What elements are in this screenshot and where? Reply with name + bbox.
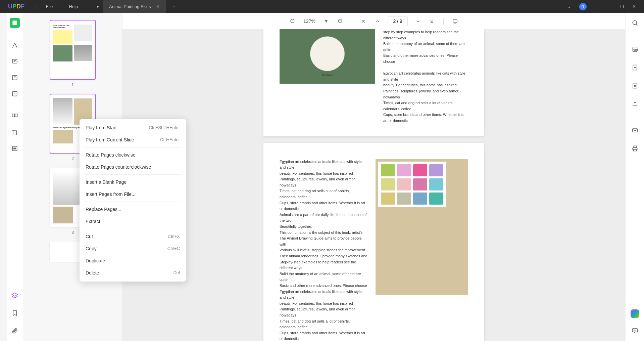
titlebar: UPDF | File Help ▾ Animal Painting Skill… bbox=[0, 0, 644, 13]
crop-tool[interactable] bbox=[10, 127, 20, 137]
document-text: step by step examples to help readers se… bbox=[383, 29, 468, 124]
ctx-insert-file[interactable]: Insert Pages from File... bbox=[80, 188, 186, 200]
tabs-container: ▾ Animal Painting Skills ✕ ＋ bbox=[93, 0, 182, 13]
svg-rect-0 bbox=[12, 20, 17, 25]
protect-icon[interactable] bbox=[630, 81, 640, 91]
divider bbox=[84, 229, 182, 229]
thumb-title: How to Draw Our Favorite Pets bbox=[53, 25, 72, 29]
close-button[interactable]: ✕ bbox=[632, 4, 636, 9]
thumb-page-number: 1 bbox=[37, 82, 109, 87]
divider bbox=[633, 117, 637, 117]
highlight-tool[interactable] bbox=[10, 40, 20, 50]
next-page-button[interactable] bbox=[414, 17, 422, 25]
share-icon[interactable] bbox=[630, 99, 640, 109]
user-avatar[interactable]: R bbox=[579, 3, 587, 10]
ctx-delete[interactable]: DeleteDel bbox=[80, 267, 186, 279]
print-icon[interactable] bbox=[630, 143, 640, 154]
close-tab-icon[interactable]: ✕ bbox=[156, 4, 160, 9]
right-toolbar: OCR bbox=[625, 13, 644, 341]
svg-rect-12 bbox=[14, 148, 16, 149]
document-text: Egyptian art celebrates animals like cat… bbox=[280, 159, 367, 341]
zoom-in-button[interactable] bbox=[336, 17, 344, 25]
thumb-image bbox=[53, 45, 72, 61]
ctx-copy[interactable]: CopyCtrl+C bbox=[80, 243, 186, 255]
page-indicator[interactable]: 2 / 9 bbox=[388, 16, 408, 26]
chat-icon[interactable] bbox=[630, 326, 640, 336]
document-page-2: Egyptian art celebrates animals like cat… bbox=[263, 143, 484, 341]
export-icon[interactable] bbox=[630, 62, 640, 73]
email-icon[interactable] bbox=[630, 125, 640, 135]
ctx-rotate-cw[interactable]: Rotate Pages clockwise bbox=[80, 149, 186, 161]
ctx-extract[interactable]: Extract bbox=[80, 215, 186, 227]
svg-line-23 bbox=[636, 24, 637, 25]
document-viewport: 127% ▾ 2 / 9 Porfirio step by step e bbox=[122, 13, 625, 341]
svg-rect-7 bbox=[12, 91, 17, 96]
page-thumbnail-1[interactable]: How to Draw Our Favorite Pets bbox=[50, 20, 96, 80]
app-logo: UPDF bbox=[0, 3, 33, 10]
ctx-duplicate[interactable]: Duplicate bbox=[80, 255, 186, 267]
divider bbox=[84, 174, 182, 175]
tab-dropdown[interactable]: ▾ bbox=[93, 0, 103, 13]
svg-rect-9 bbox=[12, 114, 15, 117]
layers-icon[interactable] bbox=[10, 291, 20, 301]
tab-title: Animal Painting Skills bbox=[109, 4, 151, 9]
zoom-out-button[interactable] bbox=[289, 17, 297, 25]
ctx-cut[interactable]: CutCtrl+X bbox=[80, 230, 186, 243]
svg-rect-10 bbox=[15, 114, 17, 117]
context-menu: Play from StartCtrl+Shift+Enter Play fro… bbox=[80, 119, 186, 282]
divider bbox=[633, 36, 637, 36]
reader-tool[interactable] bbox=[10, 18, 20, 28]
ctx-play-from-current[interactable]: Play from Current SlideCtrl+Enter bbox=[80, 134, 186, 146]
organize-tool[interactable] bbox=[10, 111, 20, 121]
minimize-button[interactable]: — bbox=[608, 4, 612, 9]
document-image bbox=[376, 159, 468, 295]
svg-rect-29 bbox=[632, 129, 637, 132]
file-menu[interactable]: File bbox=[38, 4, 61, 9]
edit-tool[interactable] bbox=[10, 73, 20, 83]
svg-point-22 bbox=[633, 20, 637, 25]
presentation-button[interactable] bbox=[451, 17, 459, 25]
maximize-button[interactable]: ❐ bbox=[620, 4, 624, 9]
attachment-icon[interactable] bbox=[10, 326, 20, 336]
search-icon[interactable] bbox=[630, 18, 640, 28]
svg-rect-1 bbox=[12, 59, 17, 63]
separator: | bbox=[33, 4, 38, 9]
divider bbox=[13, 105, 17, 105]
thumb-image bbox=[74, 25, 92, 41]
thumb-image bbox=[53, 207, 73, 223]
window-controls: ⌄ R | — ❐ ✕ bbox=[559, 3, 644, 10]
document-tab[interactable]: Animal Painting Skills ✕ bbox=[103, 0, 166, 13]
divider bbox=[84, 202, 182, 202]
thumbnail-item[interactable]: How to Draw Our Favorite Pets 1 bbox=[37, 20, 109, 87]
chevron-down-icon: ▾ bbox=[97, 4, 99, 9]
ctx-insert-blank[interactable]: Insert a Blank Page bbox=[80, 176, 186, 188]
svg-rect-33 bbox=[632, 329, 637, 332]
chevron-down-icon[interactable]: ⌄ bbox=[567, 4, 571, 9]
zoom-dropdown[interactable]: ▾ bbox=[322, 17, 330, 25]
separator: | bbox=[595, 4, 600, 9]
divider bbox=[13, 34, 17, 34]
help-menu[interactable]: Help bbox=[61, 4, 86, 9]
first-page-button[interactable] bbox=[359, 17, 367, 25]
separator bbox=[443, 18, 444, 25]
thumb-image bbox=[53, 130, 73, 143]
view-toolbar: 127% ▾ 2 / 9 bbox=[122, 13, 625, 29]
ocr-icon[interactable]: OCR bbox=[630, 44, 640, 54]
zoom-level: 127% bbox=[303, 18, 316, 24]
left-toolbar bbox=[7, 13, 23, 341]
ai-assistant-icon[interactable] bbox=[631, 309, 639, 318]
redact-tool[interactable] bbox=[10, 143, 20, 154]
bookmark-icon[interactable] bbox=[10, 308, 20, 318]
form-tool[interactable] bbox=[10, 89, 20, 99]
ctx-replace[interactable]: Replace Pages... bbox=[80, 203, 186, 215]
pages-scroll[interactable]: Porfirio step by step examples to help r… bbox=[122, 29, 625, 341]
comment-tool[interactable] bbox=[10, 56, 20, 67]
document-page-1: Porfirio step by step examples to help r… bbox=[263, 29, 484, 136]
ctx-play-from-start[interactable]: Play from StartCtrl+Shift+Enter bbox=[80, 122, 186, 134]
prev-page-button[interactable] bbox=[374, 17, 382, 25]
last-page-button[interactable] bbox=[428, 17, 436, 25]
svg-rect-20 bbox=[453, 19, 457, 22]
new-tab-button[interactable]: ＋ bbox=[166, 0, 182, 13]
divider bbox=[84, 147, 182, 147]
ctx-rotate-ccw[interactable]: Rotate Pages counterclockwise bbox=[80, 161, 186, 173]
